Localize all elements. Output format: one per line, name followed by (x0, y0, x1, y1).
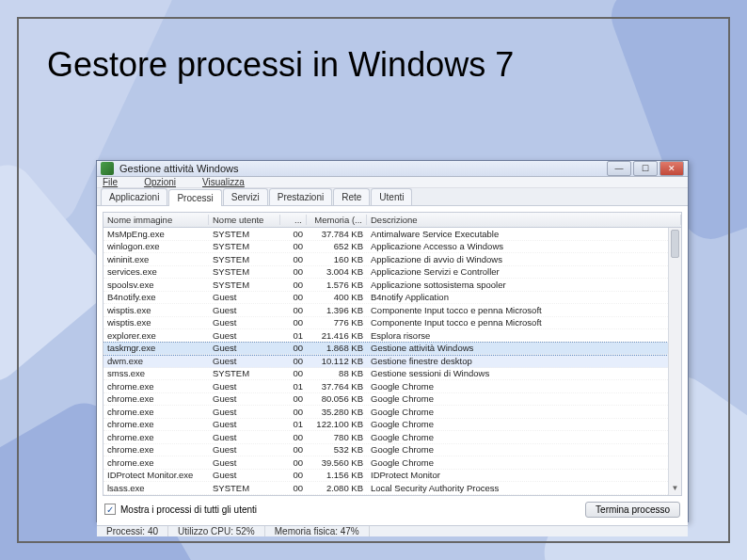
cell-image: services.exe (103, 266, 209, 277)
cell-mem: 1.576 KB (307, 280, 367, 290)
cell-image: chrome.exe (103, 432, 209, 442)
cell-mem: 532 KB (307, 444, 367, 455)
cell-cpu: 00 (280, 356, 307, 366)
cell-cpu: 00 (280, 393, 307, 404)
menu-file[interactable]: File (103, 177, 131, 187)
cell-image: wisptis.exe (103, 317, 209, 328)
scroll-thumb[interactable] (671, 230, 679, 258)
process-rows: MsMpEng.exeSYSTEM0037.784 KBAntimalware … (103, 228, 681, 495)
close-button[interactable]: ✕ (660, 161, 684, 176)
cell-image: chrome.exe (103, 457, 209, 468)
cell-user: SYSTEM (209, 241, 280, 251)
table-row[interactable]: chrome.exeGuest0137.764 KBGoogle Chrome (103, 380, 681, 393)
table-row[interactable]: chrome.exeGuest01122.100 KBGoogle Chrome (103, 419, 681, 432)
slide-title: Gestore processi in Windows 7 (19, 19, 728, 94)
cell-desc: Applicazione Accesso a Windows (367, 241, 681, 251)
table-row[interactable]: dwm.exeGuest0010.112 KBGestione finestre… (103, 355, 681, 368)
table-row[interactable]: services.exeSYSTEM003.004 KBApplicazione… (103, 266, 681, 280)
col-desc[interactable]: Descrizione (367, 215, 681, 225)
cell-desc: Google Chrome (367, 432, 681, 442)
cell-cpu: 00 (280, 229, 307, 239)
table-row[interactable]: wisptis.exeGuest001.396 KBComponente Inp… (103, 304, 681, 317)
table-row[interactable]: MsMpEng.exeSYSTEM0037.784 KBAntimalware … (103, 228, 681, 241)
process-list: Nome immagine Nome utente ... Memoria (.… (103, 212, 682, 496)
cell-image: explorer.exe (103, 330, 209, 341)
cell-cpu: 00 (280, 343, 307, 353)
table-row[interactable]: chrome.exeGuest00780 KBGoogle Chrome (103, 431, 681, 444)
table-row[interactable]: chrome.exeGuest0039.560 KBGoogle Chrome (103, 456, 681, 470)
cell-user: Guest (209, 419, 280, 429)
table-row[interactable]: spoolsv.exeSYSTEM001.576 KBApplicazione … (103, 279, 681, 292)
cell-cpu: 00 (280, 254, 307, 264)
cell-cpu: 00 (280, 470, 307, 480)
cell-desc: Componente Input tocco e penna Microsoft (367, 317, 681, 328)
menu-view[interactable]: Visualizza (202, 177, 258, 187)
content-area: Nome immagine Nome utente ... Memoria (.… (97, 206, 688, 525)
table-row[interactable]: explorer.exeGuest0121.416 KBEsplora riso… (103, 329, 681, 343)
cell-cpu: 00 (280, 317, 307, 328)
cell-image: taskmgr.exe (103, 343, 209, 353)
maximize-button[interactable]: ☐ (633, 161, 658, 176)
cell-desc: Google Chrome (367, 407, 681, 417)
table-row[interactable]: wisptis.exeGuest00776 KBComponente Input… (103, 317, 681, 330)
cell-mem: 88 KB (307, 368, 367, 378)
cell-user: Guest (209, 317, 280, 328)
cell-mem: 160 KB (307, 254, 367, 264)
cell-image: smss.exe (103, 368, 209, 378)
table-row[interactable]: B4notify.exeGuest00400 KBB4notify Applic… (103, 292, 681, 305)
cell-desc: Local Security Authority Process (367, 483, 681, 493)
table-row[interactable]: chrome.exeGuest00532 KBGoogle Chrome (103, 444, 681, 457)
cell-desc: Gestione attività Windows (367, 343, 681, 353)
cell-user: Guest (209, 356, 280, 366)
end-process-button[interactable]: Termina processo (585, 502, 680, 518)
cell-cpu: 00 (280, 266, 307, 277)
cell-image: chrome.exe (103, 393, 209, 404)
cell-mem: 122.100 KB (307, 419, 367, 429)
cell-cpu: 01 (280, 330, 307, 341)
table-row[interactable]: lsass.exeSYSTEM002.080 KBLocal Security … (103, 482, 681, 495)
cell-desc: B4notify Application (367, 292, 681, 302)
scroll-down-icon[interactable]: ▼ (669, 482, 681, 495)
cell-user: Guest (209, 457, 280, 468)
cell-user: SYSTEM (209, 280, 280, 290)
col-user[interactable]: Nome utente (209, 215, 280, 225)
cell-cpu: 00 (280, 305, 307, 315)
cell-mem: 39.560 KB (307, 457, 367, 468)
cell-cpu: 00 (280, 407, 307, 417)
tab-performance[interactable]: Prestazioni (269, 188, 332, 205)
cell-desc: Google Chrome (367, 419, 681, 429)
cell-desc: Google Chrome (367, 457, 681, 468)
cell-mem: 2.080 KB (307, 483, 367, 493)
col-image[interactable]: Nome immagine (103, 215, 209, 225)
col-cpu[interactable]: ... (280, 215, 307, 225)
tab-users[interactable]: Utenti (371, 188, 412, 205)
cell-image: chrome.exe (103, 444, 209, 455)
vertical-scrollbar[interactable]: ▲ ▼ (668, 228, 681, 495)
menu-options[interactable]: Opzioni (144, 177, 189, 187)
tab-network[interactable]: Rete (333, 188, 370, 205)
col-mem[interactable]: Memoria (... (307, 215, 367, 225)
tab-applications[interactable]: Applicazioni (101, 188, 167, 205)
table-row[interactable]: chrome.exeGuest0080.056 KBGoogle Chrome (103, 393, 681, 407)
cell-desc: Gestione sessioni di Windows (367, 368, 681, 378)
cell-cpu: 00 (280, 292, 307, 302)
table-row[interactable]: chrome.exeGuest0035.280 KBGoogle Chrome (103, 406, 681, 419)
tab-processes[interactable]: Processi (168, 189, 221, 206)
cell-mem: 776 KB (307, 317, 367, 328)
cell-mem: 1.868 KB (307, 343, 367, 353)
show-all-checkbox[interactable]: ✓ (104, 504, 116, 515)
cell-image: wisptis.exe (103, 305, 209, 315)
status-cpu: Utilizzo CPU: 52% (168, 526, 265, 536)
table-row[interactable]: IDProtect Monitor.exeGuest001.156 KBIDPr… (103, 470, 681, 483)
table-row[interactable]: wininit.exeSYSTEM00160 KBApplicazione di… (103, 253, 681, 266)
column-headers: Nome immagine Nome utente ... Memoria (.… (103, 213, 681, 228)
minimize-button[interactable]: — (607, 161, 631, 176)
titlebar[interactable]: Gestione attività Windows — ☐ ✕ (97, 161, 688, 177)
table-row[interactable]: taskmgr.exeGuest001.868 KBGestione attiv… (103, 343, 681, 356)
cell-mem: 37.764 KB (307, 381, 367, 392)
tab-services[interactable]: Servizi (223, 188, 268, 205)
table-row[interactable]: winlogon.exeSYSTEM00652 KBApplicazione A… (103, 241, 681, 254)
cell-mem: 10.112 KB (307, 356, 367, 366)
cell-image: IDProtect Monitor.exe (103, 470, 209, 480)
table-row[interactable]: smss.exeSYSTEM0088 KBGestione sessioni d… (103, 368, 681, 381)
